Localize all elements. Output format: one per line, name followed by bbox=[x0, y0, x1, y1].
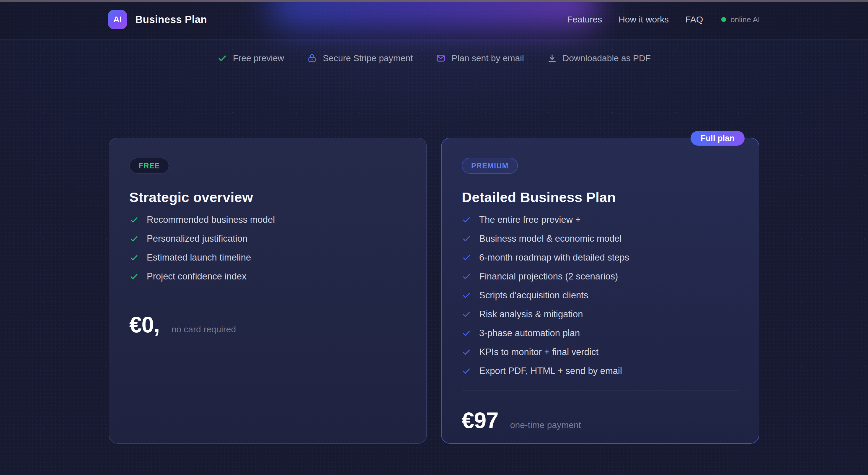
free-plan-badge: FREE bbox=[129, 158, 169, 174]
feature-item-label: Business model & economic model bbox=[479, 233, 621, 244]
feature-item-label: Risk analysis & mitigation bbox=[479, 309, 583, 320]
feature-item-label: Scripts d'acquisition clients bbox=[479, 290, 588, 301]
check-icon bbox=[462, 253, 471, 262]
feature-item: KPIs to monitor + final verdict bbox=[462, 343, 739, 362]
premium-plan-card: Full plan PREMIUM Detailed Business Plan… bbox=[441, 138, 760, 444]
feature-item: 6-month roadmap with detailed steps bbox=[462, 248, 739, 267]
trust-item-label: Free preview bbox=[233, 53, 284, 63]
trust-item-free-preview: Free preview bbox=[217, 53, 284, 63]
free-price-row: €0, no card required bbox=[129, 311, 406, 338]
premium-plan-title: Detailed Business Plan bbox=[462, 189, 739, 206]
feature-item-label: The entire free preview + bbox=[479, 214, 581, 225]
online-status-dot bbox=[721, 17, 726, 22]
trust-item-label: Secure Stripe payment bbox=[323, 53, 413, 63]
brand-name: Business Plan bbox=[135, 13, 207, 25]
feature-item-label: Project confidence index bbox=[147, 271, 247, 282]
premium-price-note: one-time payment bbox=[510, 420, 581, 430]
free-price: €0, bbox=[129, 311, 160, 338]
mail-icon bbox=[436, 53, 446, 63]
price-divider bbox=[462, 390, 739, 391]
free-plan-feature-list: Recommended business model Personalized … bbox=[129, 210, 406, 286]
feature-item-label: 6-month roadmap with detailed steps bbox=[479, 252, 629, 263]
feature-item-label: Recommended business model bbox=[147, 214, 275, 225]
price-divider bbox=[129, 304, 406, 304]
lock-icon bbox=[307, 53, 317, 63]
check-icon bbox=[462, 328, 471, 338]
feature-item-label: Personalized justification bbox=[147, 233, 247, 244]
feature-item: Scripts d'acquisition clients bbox=[462, 286, 739, 305]
trust-item-label: Plan sent by email bbox=[452, 53, 524, 63]
check-icon bbox=[129, 272, 139, 281]
check-icon bbox=[462, 272, 471, 281]
feature-item: Estimated launch timeline bbox=[129, 248, 406, 267]
window-edge-strip bbox=[0, 0, 868, 2]
nav-faq[interactable]: FAQ bbox=[685, 14, 703, 25]
check-icon bbox=[462, 347, 471, 357]
trust-item-stripe-payment: Secure Stripe payment bbox=[307, 53, 413, 63]
header: AI Business Plan Features How it works F… bbox=[0, 0, 868, 39]
online-status: online AI bbox=[721, 15, 760, 24]
main-nav: Features How it works FAQ online AI bbox=[567, 14, 760, 25]
check-icon bbox=[462, 309, 471, 319]
trust-item-email: Plan sent by email bbox=[436, 53, 524, 63]
online-status-label: online AI bbox=[731, 15, 760, 24]
check-icon bbox=[129, 234, 139, 243]
download-icon bbox=[547, 53, 557, 63]
feature-item-label: KPIs to monitor + final verdict bbox=[479, 347, 598, 357]
feature-item: 3-phase automation plan bbox=[462, 324, 739, 343]
trust-item-label: Downloadable as PDF bbox=[563, 53, 651, 63]
premium-plan-feature-list: The entire free preview + Business model… bbox=[462, 210, 739, 381]
app-logo: AI bbox=[108, 10, 127, 29]
feature-item: Recommended business model bbox=[129, 210, 406, 229]
feature-item: Business model & economic model bbox=[462, 229, 739, 248]
premium-price-row: €97 one-time payment bbox=[462, 407, 739, 434]
trust-bar: Free preview Secure Stripe payment Plan … bbox=[0, 53, 868, 63]
full-plan-ribbon: Full plan bbox=[690, 131, 745, 146]
check-icon bbox=[462, 366, 471, 376]
check-icon bbox=[462, 291, 471, 300]
free-price-note: no card required bbox=[172, 324, 236, 334]
free-plan-card: FREE Strategic overview Recommended busi… bbox=[108, 138, 427, 444]
premium-plan-badge: PREMIUM bbox=[462, 158, 518, 174]
feature-item: The entire free preview + bbox=[462, 210, 739, 229]
check-icon bbox=[462, 215, 471, 225]
check-icon bbox=[129, 253, 139, 262]
premium-price: €97 bbox=[462, 407, 498, 434]
nav-how-it-works[interactable]: How it works bbox=[619, 14, 669, 25]
nav-features[interactable]: Features bbox=[567, 14, 602, 25]
feature-item: Financial projections (2 scenarios) bbox=[462, 267, 739, 286]
plans-section: FREE Strategic overview Recommended busi… bbox=[108, 138, 760, 444]
feature-item: Risk analysis & mitigation bbox=[462, 305, 739, 324]
brand: AI Business Plan bbox=[108, 10, 207, 29]
feature-item-label: Estimated launch timeline bbox=[147, 252, 251, 263]
trust-item-pdf: Downloadable as PDF bbox=[547, 53, 651, 63]
feature-item: Export PDF, HTML + send by email bbox=[462, 362, 739, 381]
check-icon bbox=[462, 234, 471, 243]
feature-item-label: Export PDF, HTML + send by email bbox=[479, 366, 622, 376]
check-icon bbox=[129, 215, 139, 225]
feature-item-label: 3-phase automation plan bbox=[479, 328, 580, 338]
check-icon bbox=[217, 53, 227, 63]
feature-item: Personalized justification bbox=[129, 229, 406, 248]
feature-item-label: Financial projections (2 scenarios) bbox=[479, 271, 618, 282]
feature-item: Project confidence index bbox=[129, 267, 406, 286]
free-plan-title: Strategic overview bbox=[129, 189, 406, 206]
pricing-page: AI Business Plan Features How it works F… bbox=[0, 0, 868, 475]
